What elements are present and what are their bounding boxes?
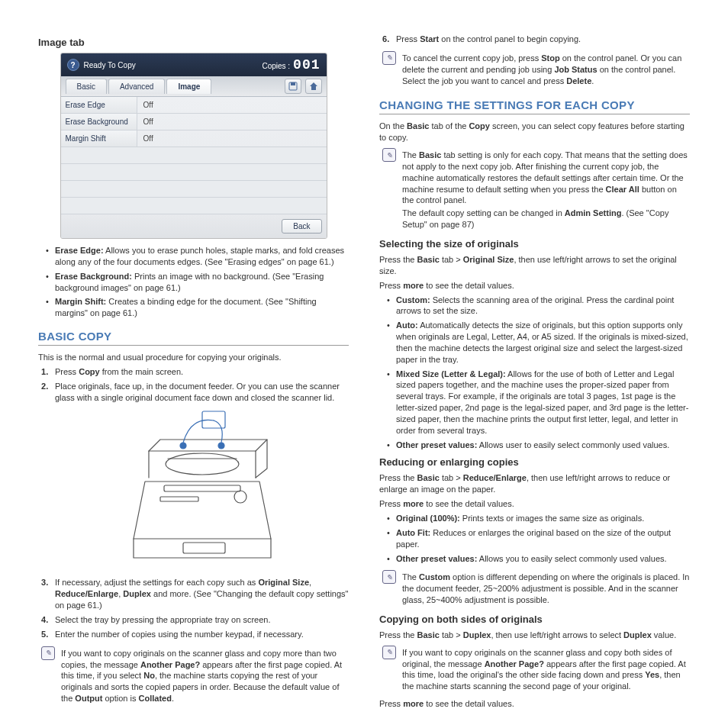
selecting-size-heading: Selecting the size of originals bbox=[379, 238, 690, 250]
svg-point-4 bbox=[180, 443, 186, 449]
row-erase-edge[interactable]: Erase Edge Off bbox=[61, 97, 327, 114]
ui-title-bar: ? Ready To Copy Copies :001 bbox=[61, 53, 327, 76]
row-erase-background[interactable]: Erase Background Off bbox=[61, 114, 327, 130]
note-icon: ✎ bbox=[382, 148, 396, 162]
note-icon: ✎ bbox=[382, 51, 396, 65]
printer-ui-screenshot: ? Ready To Copy Copies :001 Basic Advanc… bbox=[60, 53, 327, 239]
svg-rect-7 bbox=[164, 485, 240, 491]
duplex-heading: Copying on both sides of originals bbox=[379, 614, 690, 625]
image-tab-heading: Image tab bbox=[38, 37, 349, 48]
note-another-page: ✎ If you want to copy originals on the s… bbox=[41, 646, 349, 706]
note-duplex: ✎ If you want to copy originals on the s… bbox=[382, 646, 690, 694]
svg-point-3 bbox=[166, 453, 239, 475]
svg-rect-9 bbox=[160, 497, 198, 501]
svg-point-5 bbox=[218, 443, 224, 449]
home-icon[interactable] bbox=[305, 79, 322, 94]
printer-illustration bbox=[114, 409, 290, 569]
selecting-size-bullets: Custom: Selects the scanning area of the… bbox=[379, 295, 690, 451]
note-basic-tab: ✎ The Basic tab setting is only for each… bbox=[382, 148, 690, 232]
changing-settings-intro: On the Basic tab of the Copy screen, you… bbox=[379, 121, 690, 143]
note-cancel-job: ✎ To cancel the current copy job, press … bbox=[382, 51, 690, 89]
image-tab-bullets: Erase Edge: Allows you to erase punch ho… bbox=[38, 245, 349, 319]
changing-settings-heading: Changing the Settings for Each Copy bbox=[379, 98, 690, 114]
note-icon: ✎ bbox=[382, 646, 396, 659]
note-icon: ✎ bbox=[382, 570, 396, 584]
svg-point-8 bbox=[234, 491, 246, 503]
basic-copy-intro: This is the normal and usual procedure f… bbox=[38, 352, 349, 363]
tab-basic[interactable]: Basic bbox=[66, 79, 107, 94]
back-button[interactable]: Back bbox=[282, 219, 321, 234]
step-6: Press Start on the control panel to begi… bbox=[379, 34, 690, 45]
basic-copy-heading: Basic Copy bbox=[38, 330, 349, 346]
basic-copy-steps: Press Copy from the main screen. Place o… bbox=[38, 366, 349, 640]
row-margin-shift[interactable]: Margin Shift Off bbox=[61, 130, 327, 147]
note-custom-option: ✎ The Custom option is different dependi… bbox=[382, 570, 690, 607]
svg-rect-1 bbox=[291, 82, 295, 85]
note-icon: ✎ bbox=[41, 646, 55, 660]
help-icon: ? bbox=[67, 59, 79, 71]
reducing-enlarging-bullets: Original (100%): Prints texts or images … bbox=[379, 513, 690, 564]
save-icon[interactable] bbox=[285, 79, 301, 94]
reducing-enlarging-heading: Reducing or enlarging copies bbox=[379, 456, 690, 468]
copies-display: Copies :001 bbox=[262, 57, 320, 72]
svg-rect-2 bbox=[183, 543, 225, 553]
tab-advanced[interactable]: Advanced bbox=[108, 79, 165, 94]
ui-title-text: Ready To Copy bbox=[84, 61, 136, 69]
tab-image[interactable]: Image bbox=[166, 79, 211, 94]
